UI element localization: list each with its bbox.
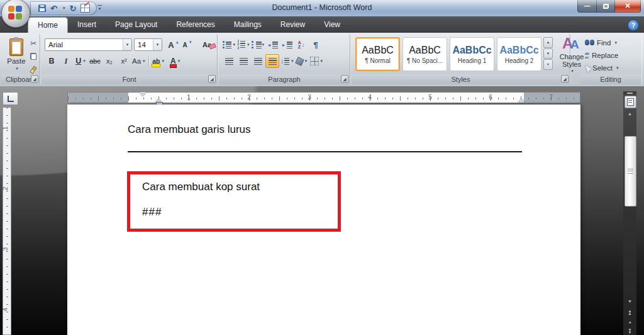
close-button[interactable]: ✕ [615, 0, 641, 13]
change-styles-dropdown-icon[interactable]: ▾ [571, 69, 574, 74]
change-case-button[interactable]: Aa▾ [131, 54, 146, 68]
borders-dropdown-icon[interactable]: ▾ [321, 59, 323, 64]
qat-customize-button[interactable]: ▾ [96, 3, 104, 13]
font-dialog-launcher[interactable]: ◢ [208, 75, 216, 82]
select-dropdown-icon[interactable]: ▾ [616, 65, 619, 71]
style-normal[interactable]: AaBbC ¶ Normal [355, 37, 400, 71]
select-button[interactable]: Select ▾ [585, 62, 618, 73]
numbering-dropdown-icon[interactable]: ▾ [247, 42, 250, 47]
styles-scroll-down-button[interactable]: ▼ [543, 48, 553, 59]
font-size-dropdown-icon[interactable]: ▾ [153, 39, 162, 50]
multilevel-dropdown-icon[interactable]: ▾ [262, 42, 265, 47]
shrink-font-button[interactable]: A▼ [180, 38, 194, 52]
copy-button[interactable] [28, 51, 39, 62]
subscript-button[interactable]: x₂ [103, 54, 116, 68]
right-indent-marker[interactable] [518, 99, 525, 103]
replace-button[interactable]: abac Replace [585, 50, 618, 60]
horizontal-ruler[interactable]: 1 2 3 4 5 6 7 [67, 92, 580, 103]
increase-indent-icon: ► [282, 43, 286, 47]
line-spacing-dropdown-icon[interactable]: ▾ [291, 59, 294, 64]
increase-indent-button[interactable]: ► [280, 38, 294, 52]
previous-page-button[interactable]: ▲▲ [625, 309, 635, 317]
decrease-indent-button[interactable]: ◄ [265, 38, 279, 52]
paste-dropdown-icon[interactable]: ▾ [16, 66, 18, 71]
select-browse-object-button[interactable]: ● [625, 319, 635, 326]
align-center-button[interactable] [236, 54, 250, 68]
shading-button[interactable]: ▾ [295, 54, 309, 68]
bold-button[interactable]: B [45, 54, 58, 68]
borders-button[interactable]: ▾ [309, 54, 324, 68]
document-page[interactable]: Cara membuat garis lurus Cara membuat ko… [67, 105, 580, 335]
underline-button[interactable]: U▾ [74, 54, 87, 68]
grow-font-button[interactable]: A▲ [167, 38, 180, 52]
strikethrough-button[interactable]: abc [88, 54, 102, 68]
find-dropdown-icon[interactable]: ▾ [614, 40, 617, 45]
font-color-dropdown-icon[interactable]: ▾ [178, 59, 180, 64]
show-hide-marks-button[interactable]: ¶ [309, 38, 323, 52]
next-page-button[interactable]: ▼▼ [625, 327, 635, 335]
shading-dropdown-icon[interactable]: ▾ [305, 59, 308, 64]
redo-icon[interactable]: ↻ [69, 4, 76, 13]
line-spacing-button[interactable]: ↕▾ [280, 54, 294, 68]
sort-button[interactable]: AZ↓ [294, 38, 308, 52]
save-icon[interactable] [38, 4, 46, 12]
paste-button[interactable]: Paste ▾ [4, 37, 28, 76]
scroll-up-button[interactable]: ▲ [625, 109, 635, 118]
document-heading-text[interactable]: Cara membuat garis lurus [128, 123, 251, 136]
help-button[interactable]: ? [628, 20, 639, 31]
justify-button[interactable] [265, 54, 279, 68]
font-color-button[interactable]: A▾ [169, 54, 182, 68]
bullets-button[interactable]: ▾ [222, 38, 236, 52]
office-button[interactable] [1, 0, 30, 28]
align-left-button[interactable] [222, 54, 236, 68]
draw-table-icon[interactable] [80, 4, 90, 13]
align-right-button[interactable] [251, 54, 265, 68]
styles-dialog-launcher[interactable]: ◢ [561, 75, 569, 82]
style-heading1[interactable]: AaBbCc Heading 1 [450, 37, 494, 71]
styles-gallery-more-button[interactable]: ▾ [543, 59, 553, 70]
change-case-dropdown-icon[interactable]: ▾ [143, 59, 145, 64]
font-size-combo[interactable]: 14 ▾ [134, 38, 162, 51]
scroll-down-button[interactable]: ▼ [625, 297, 635, 306]
format-painter-button[interactable] [28, 64, 39, 75]
boxed-marks-text[interactable]: ### [142, 206, 162, 219]
highlight-button[interactable]: ab▾ [152, 54, 165, 68]
boxed-title-text[interactable]: Cara membuat kop surat [142, 181, 260, 193]
tab-view[interactable]: View [314, 16, 350, 33]
font-name-combo[interactable]: Arial ▾ [45, 38, 132, 51]
clear-formatting-button[interactable]: Aa [200, 38, 214, 52]
first-line-indent-marker[interactable] [140, 92, 146, 96]
tab-home[interactable]: Home [28, 17, 68, 33]
tab-stop-selector-button[interactable] [3, 92, 18, 105]
view-ruler-toggle-button[interactable] [625, 96, 636, 108]
style-no-spacing[interactable]: AaBbC ¶ No Spaci... [402, 37, 447, 71]
find-button[interactable]: Find ▾ [585, 37, 618, 48]
tab-review[interactable]: Review [271, 16, 314, 33]
cut-button[interactable]: ✂ [28, 38, 39, 48]
superscript-button[interactable]: x² [117, 54, 131, 68]
highlight-dropdown-icon[interactable]: ▾ [162, 59, 164, 64]
split-handle[interactable] [623, 91, 636, 94]
scrollbar-thumb[interactable] [625, 136, 636, 207]
pilcrow-icon: ¶ [313, 40, 318, 50]
tab-page-layout[interactable]: Page Layout [106, 16, 167, 33]
restore-button[interactable] [597, 0, 615, 13]
numbering-button[interactable]: 123▾ [236, 38, 250, 52]
tab-references[interactable]: References [167, 16, 224, 33]
multilevel-list-button[interactable]: ▾ [251, 38, 265, 52]
tab-mailings[interactable]: Mailings [225, 16, 271, 33]
vertical-ruler[interactable]: 1 2 3 4 [3, 107, 11, 335]
style-heading2[interactable]: AaBbCc Heading 2 [497, 37, 541, 71]
tab-insert[interactable]: Insert [68, 16, 106, 33]
underline-dropdown-icon[interactable]: ▾ [83, 59, 86, 64]
undo-icon[interactable]: ↶ [50, 4, 57, 13]
styles-scroll-up-button[interactable]: ▲ [543, 37, 553, 48]
undo-dropdown-icon[interactable]: ▾ [63, 6, 65, 11]
clipboard-dialog-launcher[interactable]: ◢ [31, 75, 38, 82]
minimize-button[interactable]: — [577, 0, 597, 13]
bullets-dropdown-icon[interactable]: ▾ [233, 42, 236, 47]
paragraph-dialog-launcher[interactable]: ◢ [341, 75, 348, 82]
vertical-scrollbar[interactable]: ▲ ▼ ▲▲ ● ▼▼ [623, 91, 636, 335]
font-name-dropdown-icon[interactable]: ▾ [123, 39, 131, 50]
italic-button[interactable]: I [59, 54, 73, 68]
